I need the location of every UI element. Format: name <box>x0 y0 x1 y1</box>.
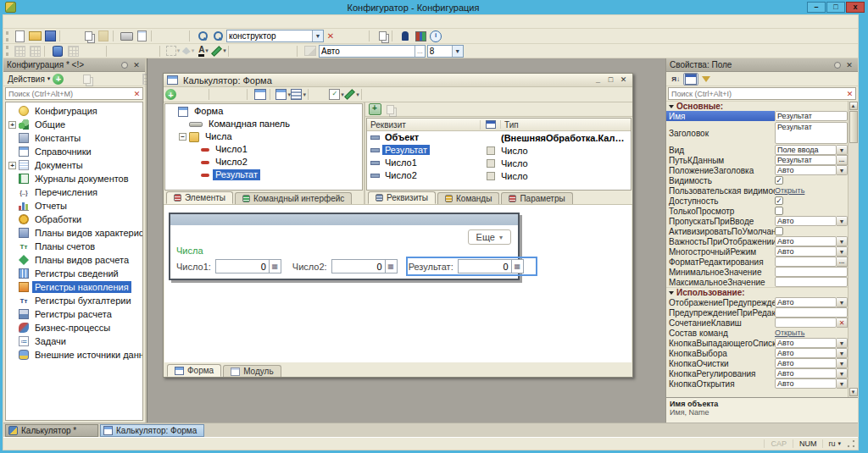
toolbar-button[interactable] <box>44 46 48 57</box>
column-header-use[interactable] <box>481 120 501 129</box>
tab[interactable]: Форма <box>167 364 221 377</box>
property-row[interactable]: ВажностьПриОтображении Авто Авто▼ Авто..… <box>666 236 848 246</box>
toolbar-button[interactable] <box>94 73 109 86</box>
toolbar-button[interactable] <box>253 88 268 101</box>
configuration-search-input[interactable] <box>6 90 131 98</box>
toolbar-button[interactable] <box>361 89 365 100</box>
more-button[interactable]: Еще <box>468 229 511 245</box>
toolbar-button[interactable] <box>465 45 473 58</box>
element-tree-item[interactable]: Форма <box>165 105 362 118</box>
toolbar-button[interactable] <box>59 30 64 41</box>
clear-icon[interactable]: ✕ <box>844 90 855 98</box>
property-row[interactable]: КнопкаРегулирования Авто Авто▼ Авто... А… <box>666 368 848 378</box>
tree-item[interactable]: Регистры накопления <box>6 280 142 294</box>
menu-item[interactable] <box>8 15 20 28</box>
tab[interactable]: Реквизиты <box>368 191 436 204</box>
property-row[interactable]: Имя Результат Результат▼ Результат... Ре… <box>666 111 848 121</box>
toolbar-button[interactable] <box>65 45 81 58</box>
toolbar-button[interactable] <box>109 73 125 86</box>
property-row[interactable]: ПропускатьПриВводе Авто Авто▼ Авто... Ав… <box>666 216 848 226</box>
calculator-icon[interactable]: ▦ <box>511 260 523 273</box>
minimize-icon[interactable]: _ <box>592 75 604 86</box>
toolbar-button[interactable] <box>181 45 196 58</box>
designer-title-bar[interactable]: Калькулятор: Форма _ □ ✕ <box>164 74 632 87</box>
toolbar-button[interactable] <box>159 46 164 57</box>
property-value[interactable]: Авто <box>775 216 837 226</box>
property-row[interactable]: Состав команд Открыть Открыть▼ Открыть..… <box>666 328 848 338</box>
toolbar-button[interactable] <box>367 103 382 116</box>
menu-item[interactable] <box>92 15 103 28</box>
element-tree-item[interactable]: Число2 <box>165 156 362 168</box>
toolbar-button[interactable] <box>53 74 64 85</box>
property-checkbox[interactable] <box>775 176 783 185</box>
element-tree-item[interactable]: Результат <box>165 168 362 181</box>
toolbar-grip[interactable] <box>6 46 9 56</box>
toolbar-button[interactable] <box>81 30 96 42</box>
toolbar-button[interactable] <box>392 30 396 41</box>
toolbar-button[interactable] <box>142 45 158 58</box>
property-row[interactable]: МаксимальноеЗначение ▼ ... ✕ <box>666 277 848 287</box>
toolbar-button[interactable] <box>249 45 264 58</box>
property-row[interactable]: Основные: ▼ ... ✕ <box>666 101 848 111</box>
column-header-name[interactable]: Реквизит <box>367 120 481 130</box>
property-row[interactable]: Пользовательская видимость Открыть Откры… <box>666 185 848 196</box>
toolbar-button[interactable] <box>65 30 81 42</box>
property-row[interactable]: ОтображениеПредупреждения Авто Авто▼ Авт… <box>666 297 848 307</box>
column-header-type[interactable]: Тип <box>501 120 631 130</box>
property-value[interactable]: Результат <box>775 122 848 144</box>
property-value[interactable]: Авто <box>775 236 837 246</box>
toolbar-button[interactable] <box>196 45 211 58</box>
toolbar-button[interactable] <box>42 30 58 42</box>
property-checkbox[interactable] <box>775 227 783 235</box>
property-value[interactable]: Поле ввода <box>775 145 837 155</box>
property-value[interactable]: Авто <box>775 348 837 358</box>
property-value[interactable]: Авто <box>775 368 837 378</box>
properties-scrollbar[interactable]: ▲ ▼ <box>848 101 858 397</box>
field-input[interactable] <box>216 260 269 273</box>
tree-item[interactable]: Обработки <box>6 213 142 226</box>
toolbar-button[interactable] <box>230 88 245 101</box>
close-icon[interactable]: ✕ <box>844 61 854 69</box>
tab[interactable]: Параметры <box>501 192 572 204</box>
dropdown-icon[interactable]: ▼ <box>837 338 848 348</box>
toolbar-button[interactable] <box>50 45 65 58</box>
property-row[interactable]: МногострочныйРежим Авто Авто▼ Авто... Ав… <box>666 246 848 257</box>
menu-item[interactable] <box>44 15 56 28</box>
maximize-button[interactable]: □ <box>826 2 845 13</box>
toolbar-button[interactable] <box>189 30 193 41</box>
property-row[interactable]: АктивизироватьПоУмолчанию ▼ ... ✕ <box>666 226 848 236</box>
toolbar-button[interactable] <box>96 45 104 58</box>
tree-item[interactable]: Планы видов расчета <box>6 253 142 267</box>
toolbar-button[interactable] <box>79 73 94 86</box>
toolbar-button[interactable] <box>12 30 27 42</box>
property-value[interactable]: Авто <box>775 338 837 348</box>
dropdown-icon[interactable]: ▼ <box>837 216 848 226</box>
toolbar-button[interactable] <box>264 45 280 58</box>
toolbar-button[interactable] <box>12 45 27 58</box>
window-tab[interactable]: Калькулятор: Форма <box>100 424 204 437</box>
chevron-down-icon[interactable]: ▼ <box>312 30 323 41</box>
attribute-row[interactable]: Число2 Число <box>367 169 631 182</box>
element-tree-item[interactable]: Число1 <box>165 143 362 156</box>
property-checkbox[interactable] <box>775 207 783 215</box>
toolbar-button[interactable] <box>151 30 155 41</box>
expander-icon[interactable] <box>179 133 186 141</box>
toolbar-button[interactable] <box>112 45 127 58</box>
toolbar-button[interactable] <box>247 89 251 100</box>
toolbar-button[interactable] <box>27 30 42 42</box>
toolbar-button[interactable] <box>195 30 210 42</box>
dropdown-icon[interactable]: ▼ <box>837 165 848 175</box>
tree-item[interactable]: Регистры расчета <box>6 307 142 321</box>
menu-item[interactable] <box>68 15 80 28</box>
toolbar-button[interactable] <box>165 45 181 58</box>
toolbar-button[interactable] <box>96 30 111 42</box>
element-tree-item[interactable]: Числа <box>165 130 362 143</box>
tree-item[interactable]: Конфигурация <box>6 104 142 118</box>
tree-item[interactable]: Отчеты <box>6 199 142 213</box>
toolbar-button[interactable] <box>210 30 225 42</box>
toolbar-button[interactable] <box>211 45 226 58</box>
tree-item[interactable]: Планы видов характеристик <box>6 226 142 240</box>
property-row[interactable]: ПредупреждениеПриРедактир ▼ ... ✕ <box>666 307 848 318</box>
toolbar-button[interactable] <box>214 88 230 101</box>
toolbar-button[interactable] <box>172 30 187 42</box>
